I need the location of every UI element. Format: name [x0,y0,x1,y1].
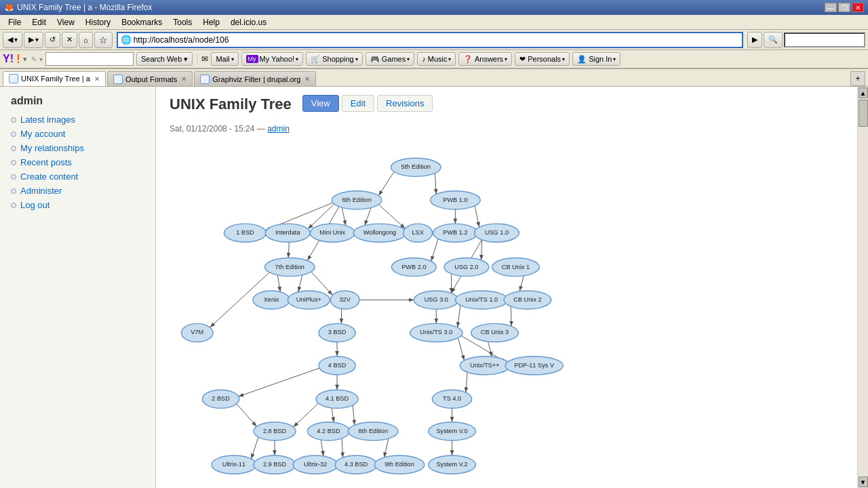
sidebar-item-my-account[interactable]: My account [0,127,155,141]
svg-text:4.1 BSD: 4.1 BSD [326,395,349,402]
tab-close-1[interactable]: ✕ [94,75,100,83]
minimize-button[interactable]: — [825,3,837,12]
svg-text:Unix/TS 3.0: Unix/TS 3.0 [420,329,452,336]
back-dropdown[interactable]: ▾ [14,36,18,43]
my-account-link[interactable]: My account [20,129,65,139]
svg-text:9th Edition: 9th Edition [384,461,414,468]
sidebar-item-create-content[interactable]: Create content [0,169,155,184]
svg-text:V7M: V7M [191,329,203,336]
forward-dropdown[interactable]: ▾ [35,36,39,43]
svg-line-37 [332,408,334,422]
svg-text:5th Edition: 5th Edition [401,163,431,170]
svg-text:3 BSD: 3 BSD [328,329,347,336]
tab-label-3: Graphviz Filter | drupal.org [212,75,300,83]
scroll-thumb[interactable] [859,100,868,127]
tab-label-2: Output Formats [125,75,177,83]
menu-file[interactable]: File [3,16,26,28]
svg-line-38 [353,405,355,425]
signin-button[interactable]: 👤 Sign In ▾ [572,52,620,66]
restore-button[interactable]: ❐ [838,3,850,12]
scroll-track[interactable] [858,99,869,476]
reload-button[interactable]: ↺ [45,32,60,48]
bookmark-star[interactable]: ☆ [94,32,113,48]
view-tab[interactable]: View [302,95,339,112]
svg-text:Ultrix-11: Ultrix-11 [222,461,245,468]
sidebar-item-latest-images[interactable]: Latest images [0,113,155,127]
pencil-dropdown[interactable]: ▾ [39,56,43,63]
music-button[interactable]: ♪ Music ▾ [417,52,456,66]
window-controls: — ❐ ✕ [825,3,864,12]
svg-text:4.2 BSD: 4.2 BSD [317,428,340,434]
scroll-down-button[interactable]: ▼ [859,476,868,487]
navbar: ◀ ▾ ▶ ▾ ↺ ✕ ⌂ ☆ 🌐 ▶ 🔍 [0,30,868,50]
svg-text:Unix/TS 1.0: Unix/TS 1.0 [465,296,498,303]
address-input[interactable] [134,35,739,45]
svg-text:Unix/TS++: Unix/TS++ [470,362,499,369]
answers-button[interactable]: ❓ Answers ▾ [458,52,512,66]
tab-graphviz-filter[interactable]: Graphviz Filter | drupal.org ✕ [194,71,316,86]
games-button[interactable]: 🎮 Games ▾ [366,52,415,66]
bullet-icon [11,160,16,165]
tab-unix-family-tree[interactable]: UNIX Family Tree | a ✕ [3,71,106,86]
go-button[interactable]: ▶ [747,32,762,48]
close-button[interactable]: ✕ [852,3,864,12]
sidebar-item-recent-posts[interactable]: Recent posts [0,155,155,169]
yahoo-search-input[interactable] [45,52,134,66]
address-bar[interactable]: 🌐 [117,32,743,48]
post-author[interactable]: admin [267,124,290,134]
shopping-button[interactable]: 🛒 Shopping ▾ [306,52,363,66]
menu-view[interactable]: View [52,16,80,28]
recent-posts-link[interactable]: Recent posts [20,157,72,167]
menu-history[interactable]: History [80,16,116,28]
edit-tab[interactable]: Edit [342,95,374,112]
scroll-up-button[interactable]: ▲ [859,87,868,98]
scrollbar[interactable]: ▲ ▼ [857,87,868,488]
post-by: — [257,124,267,134]
svg-text:8th Edition: 8th Edition [359,428,388,434]
search-icon-btn[interactable]: 🔍 [764,32,783,48]
svg-text:LSX: LSX [412,229,424,236]
new-tab-button[interactable]: + [850,71,865,86]
search-web-button[interactable]: Search Web ▾ [136,52,193,66]
svg-text:Interdata: Interdata [275,229,300,236]
sidebar-item-administer[interactable]: Administer [0,184,155,198]
svg-text:2 BSD: 2 BSD [212,395,230,402]
menu-help[interactable]: Help [197,16,225,28]
tab-close-2[interactable]: ✕ [181,75,186,83]
titlebar: 🦊 UNIX Family Tree | a - Mozilla Firefox… [0,0,868,15]
tab-icon-1 [9,74,18,83]
latest-images-link[interactable]: Latest images [20,115,75,125]
sidebar-item-log-out[interactable]: Log out [0,198,155,212]
personals-button[interactable]: ❤ Personals ▾ [515,52,570,66]
log-out-link[interactable]: Log out [20,200,50,210]
menu-edit[interactable]: Edit [26,16,52,28]
bullet-icon [11,117,16,123]
tab-close-3[interactable]: ✕ [304,75,310,83]
mail-button[interactable]: Mail ▾ [211,52,238,66]
tab-output-formats[interactable]: Output Formats ✕ [107,71,193,86]
revisions-tab[interactable]: Revisions [377,95,433,112]
svg-line-1 [378,171,394,195]
forward-button[interactable]: ▶ ▾ [24,32,43,48]
svg-text:PDP-11 Sys V: PDP-11 Sys V [514,362,555,369]
menu-delicious[interactable]: del.icio.us [225,16,272,28]
svg-text:CB Unix 2: CB Unix 2 [513,296,541,303]
menu-bookmarks[interactable]: Bookmarks [116,16,167,28]
svg-text:System V.0: System V.0 [436,428,467,434]
svg-text:PWB 1.0: PWB 1.0 [443,197,467,203]
menu-tools[interactable]: Tools [167,16,197,28]
tab-label-1: UNIX Family Tree | a [21,75,90,83]
stop-button[interactable]: ✕ [62,32,77,48]
search-input[interactable] [784,33,865,47]
page-title: UNIX Family Tree [170,96,292,113]
home-button[interactable]: ⌂ [79,32,93,48]
bullet-icon [11,131,16,137]
administer-link[interactable]: Administer [20,186,62,196]
create-content-link[interactable]: Create content [20,171,78,182]
svg-text:7th Edition: 7th Edition [275,264,304,270]
my-relationships-link[interactable]: My relationships [20,143,84,153]
sidebar-item-my-relationships[interactable]: My relationships [0,141,155,155]
myyahoo-button[interactable]: My My Yahoo! ▾ [241,52,304,66]
back-button[interactable]: ◀ ▾ [3,32,22,48]
svg-text:Mini Unix: Mini Unix [319,229,345,236]
